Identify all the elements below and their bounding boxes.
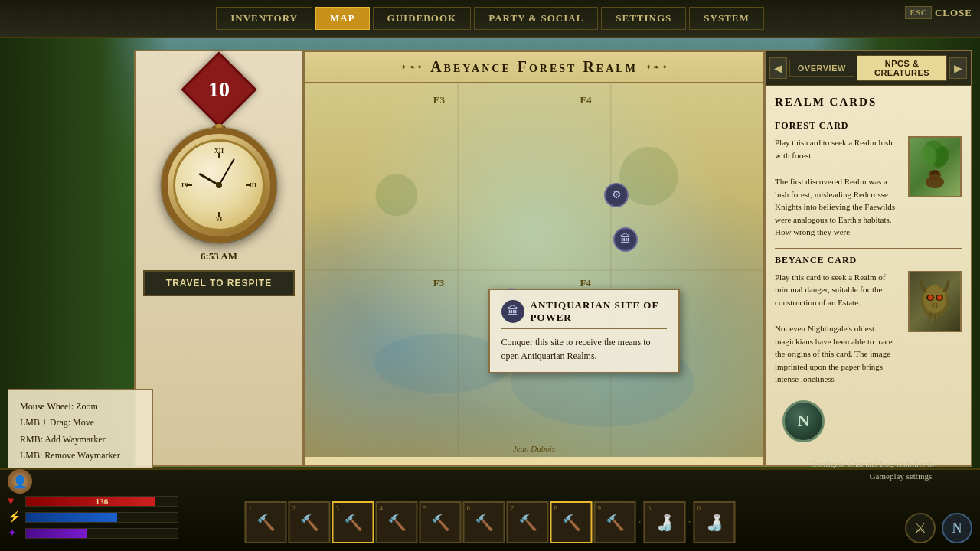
map-title-deco-left: ✦ ❧ ✦ bbox=[400, 63, 423, 71]
map-marker-1-icon: ⚙ bbox=[612, 188, 622, 201]
configure-chat-text: Configure Chat and Log visibility in Gam… bbox=[781, 458, 934, 482]
hotbar-slot-1[interactable]: 1 🔨 bbox=[245, 501, 287, 543]
stamina-bar-row: ⚡ bbox=[8, 510, 178, 523]
energy-bar-fill bbox=[26, 529, 87, 538]
hotbar-slot-9-icon: 🔨 bbox=[606, 514, 625, 532]
nav-party-social[interactable]: PARTY & SOCIAL bbox=[474, 7, 598, 30]
hotbar-slot-9[interactable]: 9 🔨 bbox=[594, 501, 636, 543]
nav-settings[interactable]: SETTINGS bbox=[601, 7, 686, 30]
control-add-waymarker: RMB: Add Waymarker bbox=[20, 432, 141, 448]
stamina-bar-fill bbox=[26, 513, 117, 522]
right-panel: ◀ OVERVIEW NPCS & CREATURES ▶ REALM CARD… bbox=[766, 50, 972, 467]
forest-card-svg bbox=[912, 140, 958, 194]
hotbar-slot-6[interactable]: 6 🔨 bbox=[463, 501, 505, 543]
tooltip-icon: 🏛 bbox=[501, 300, 524, 323]
hotbar-slot-7-icon: 🔨 bbox=[518, 514, 537, 532]
map-area[interactable]: E3 E4 F3 F4 ⚙ 🏛 ⚙ ⌂ 🏛 ANTIQUARIAN S bbox=[305, 83, 763, 457]
hotbar-slot-2-num: 2 bbox=[292, 504, 296, 512]
hotbar-slot-6-num: 6 bbox=[467, 504, 471, 512]
hotbar-slot-7[interactable]: 7 🔨 bbox=[507, 501, 549, 543]
map-title-deco-right: ✦ ❧ ✦ bbox=[645, 63, 668, 71]
svg-point-23 bbox=[923, 285, 946, 313]
clock-time: 6:53 AM bbox=[201, 250, 237, 262]
hotbar-separator-2: · bbox=[688, 501, 692, 543]
svg-point-26 bbox=[928, 295, 933, 300]
panel-tab-overview[interactable]: OVERVIEW bbox=[789, 60, 854, 77]
nav-inventory[interactable]: INVENTORY bbox=[216, 7, 312, 30]
panel-tab-npcs[interactable]: NPCS & CREATURES bbox=[857, 55, 947, 81]
health-value: 136 bbox=[96, 497, 109, 506]
panel-prev-button[interactable]: ◀ bbox=[769, 57, 787, 79]
left-sidebar: 10 XII III VI IX bbox=[134, 50, 302, 467]
hotbar-slot-2-icon: 🔨 bbox=[300, 514, 319, 532]
tooltip-header: 🏛 ANTIQUARIAN SITE OF POWER bbox=[501, 299, 667, 329]
svg-point-17 bbox=[929, 170, 941, 181]
hotbar-slot-5[interactable]: 5 🔨 bbox=[420, 501, 462, 543]
hotbar-slot-3-num: 3 bbox=[336, 504, 340, 512]
hotbar-slot-5-num: 5 bbox=[423, 504, 427, 512]
hotbar-slot-4-num: 4 bbox=[380, 504, 384, 512]
hotbar-slot-8-num: 8 bbox=[554, 504, 558, 512]
travel-to-respite-button[interactable]: TRAVEL TO RESPITE bbox=[143, 270, 295, 296]
panel-content[interactable]: REALM CARDS FOREST CARD Play this card t… bbox=[766, 86, 971, 465]
card-2-text-area: Play this card to seek a Realm of minima… bbox=[775, 271, 902, 386]
card-2-description: Play this card to seek a Realm of minima… bbox=[775, 271, 902, 309]
abeyance-card-svg bbox=[912, 275, 958, 328]
close-button[interactable]: ESC CLOSE bbox=[905, 6, 972, 19]
hotbar-slot-8[interactable]: 8 🔨 bbox=[550, 501, 593, 543]
card-1-description: Play this card to seek a Realm lush with… bbox=[775, 136, 902, 161]
tooltip-title: ANTIQUARIAN SITE OF POWER bbox=[531, 299, 667, 324]
character-icon-button[interactable]: ⚔ bbox=[905, 513, 936, 543]
hotbar-slot-6-icon: 🔨 bbox=[475, 514, 494, 532]
level-number: 10 bbox=[208, 77, 230, 102]
grid-label-f3: F3 bbox=[433, 277, 444, 289]
top-nav: INVENTORY MAP GUIDEBOOK PARTY & SOCIAL S… bbox=[0, 0, 980, 38]
esc-badge: ESC bbox=[905, 6, 931, 19]
nav-map[interactable]: MAP bbox=[315, 7, 370, 30]
hotbar-slot-0b-icon: 🍶 bbox=[705, 514, 724, 532]
hotbar-slot-0b[interactable]: 0 🍶 bbox=[694, 501, 736, 543]
card-1-row: Play this card to seek a Realm lush with… bbox=[775, 136, 962, 239]
hotbar-slot-0a-num: 0 bbox=[648, 504, 652, 512]
health-bar-fill bbox=[26, 497, 155, 506]
guild-icon-button[interactable]: N bbox=[942, 513, 972, 543]
hotbar-slot-4[interactable]: 4 🔨 bbox=[376, 501, 418, 543]
nav-system[interactable]: SYSTEM bbox=[689, 7, 763, 30]
map-container[interactable]: ✦ ❧ ✦ Abeyance Forest Realm ✦ ❧ ✦ E3 E4 … bbox=[302, 50, 766, 467]
hotbar-slot-3[interactable]: 3 🔨 bbox=[332, 501, 374, 543]
health-icon: ♥ bbox=[8, 495, 21, 507]
card-2-lore: Not even Nightingale's oldest magickians… bbox=[775, 322, 902, 386]
player-avatar: 👤 bbox=[8, 469, 32, 494]
hotbar-slot-4-icon: 🔨 bbox=[387, 514, 407, 532]
hotbar-slot-0a[interactable]: 0 🍶 bbox=[644, 501, 686, 543]
clock-container: XII III VI IX bbox=[162, 128, 276, 243]
map-marker-antiquarian[interactable]: 🏛 bbox=[613, 227, 638, 252]
hotbar-slot-5-icon: 🔨 bbox=[431, 514, 450, 532]
bottom-right-icons: ⚔ N bbox=[905, 513, 972, 543]
hotbar-slot-1-icon: 🔨 bbox=[256, 514, 276, 532]
map-tooltip: 🏛 ANTIQUARIAN SITE OF POWER Conquer this… bbox=[488, 289, 680, 373]
card-1-title: FOREST CARD bbox=[775, 120, 962, 132]
status-bars: ♥ 136 ⚡ ✦ bbox=[8, 495, 178, 540]
stamina-icon: ⚡ bbox=[8, 510, 21, 523]
card-2-row: Play this card to seek a Realm of minima… bbox=[775, 271, 962, 386]
control-remove-waymarker: LMB: Remove Waymarker bbox=[20, 448, 141, 465]
card-1-text-area: Play this card to seek a Realm lush with… bbox=[775, 136, 902, 239]
controls-hint: Mouse Wheel: Zoom LMB + Drag: Move RMB: … bbox=[8, 389, 153, 474]
close-label: CLOSE bbox=[935, 7, 972, 19]
hotbar-slot-2[interactable]: 2 🔨 bbox=[289, 501, 331, 543]
grid-label-f4: F4 bbox=[580, 277, 590, 289]
grid-label-e4: E4 bbox=[580, 94, 591, 106]
svg-point-21 bbox=[936, 171, 938, 173]
map-marker-antiquarian-icon: 🏛 bbox=[620, 233, 631, 246]
map-artist: Jean Dubois bbox=[513, 444, 555, 453]
panel-next-button[interactable]: ▶ bbox=[949, 57, 967, 79]
map-marker-1[interactable]: ⚙ bbox=[604, 183, 629, 207]
nav-guidebook[interactable]: GUIDEBOOK bbox=[373, 7, 472, 30]
grid-label-e3: E3 bbox=[433, 94, 445, 106]
hotbar: 1 🔨 2 🔨 3 🔨 4 🔨 5 🔨 6 🔨 7 🔨 8 🔨 bbox=[245, 501, 736, 543]
energy-bar-bg bbox=[25, 528, 178, 539]
control-move: LMB + Drag: Move bbox=[20, 415, 141, 432]
card-1-image bbox=[908, 136, 962, 197]
energy-icon: ✦ bbox=[8, 527, 21, 540]
